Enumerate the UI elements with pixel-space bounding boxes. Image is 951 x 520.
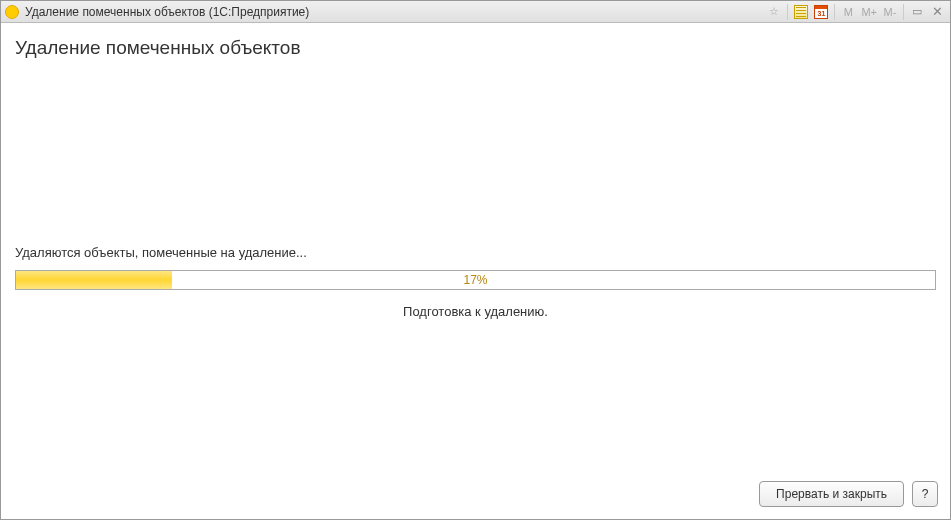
calculator-icon[interactable] [792, 3, 810, 21]
maximize-icon[interactable]: ▭ [908, 3, 926, 21]
titlebar-controls: ☆ 31 M M+ M- ▭ ✕ [765, 3, 946, 21]
separator [787, 4, 788, 20]
separator [903, 4, 904, 20]
window-title: Удаление помеченных объектов (1С:Предпри… [25, 5, 309, 19]
progress-fill [16, 271, 172, 289]
separator [834, 4, 835, 20]
memory-mplus-button[interactable]: M+ [859, 3, 879, 21]
favorite-icon[interactable]: ☆ [765, 3, 783, 21]
titlebar: Удаление помеченных объектов (1С:Предпри… [1, 1, 950, 23]
progress-percent-label: 17% [463, 273, 487, 287]
cancel-close-button[interactable]: Прервать и закрыть [759, 481, 904, 507]
app-icon [5, 5, 19, 19]
app-window: Удаление помеченных объектов (1С:Предпри… [0, 0, 951, 520]
progress-bar: 17% [15, 270, 936, 290]
stage-text: Подготовка к удалению. [15, 304, 936, 319]
content-area: Удаление помеченных объектов Удаляются о… [1, 23, 950, 473]
calendar-icon[interactable]: 31 [812, 3, 830, 21]
memory-m-button[interactable]: M [839, 3, 857, 21]
close-icon[interactable]: ✕ [928, 3, 946, 21]
page-title: Удаление помеченных объектов [15, 37, 936, 59]
status-text: Удаляются объекты, помеченные на удалени… [15, 245, 936, 260]
memory-mminus-button[interactable]: M- [881, 3, 899, 21]
help-button[interactable]: ? [912, 481, 938, 507]
progress-area: Удаляются объекты, помеченные на удалени… [15, 245, 936, 319]
footer: Прервать и закрыть ? [1, 473, 950, 519]
